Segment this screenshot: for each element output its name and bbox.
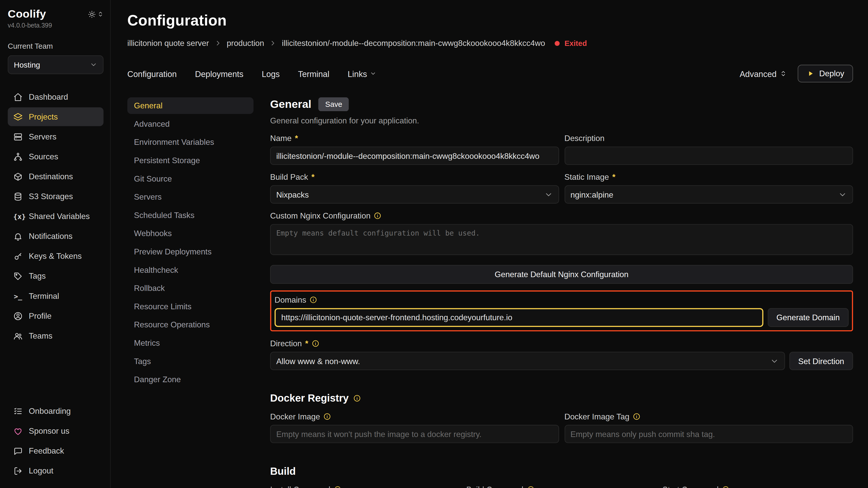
breadcrumb-environment[interactable]: production xyxy=(226,39,264,48)
status-dot xyxy=(554,40,560,46)
sidebar-item-sources[interactable]: Sources xyxy=(8,147,103,166)
sidebar: Coolify v4.0.0-beta.399 Current Team Hos… xyxy=(0,0,111,488)
tab-deployments[interactable]: Deployments xyxy=(195,69,243,78)
subnav-item-tags[interactable]: Tags xyxy=(127,353,254,369)
info-icon[interactable] xyxy=(374,212,381,220)
tag-icon xyxy=(13,271,23,281)
chevron-down-icon xyxy=(370,70,376,77)
chevron-updown-icon xyxy=(97,11,103,17)
app-version: v4.0.0-beta.399 xyxy=(8,22,103,29)
subnav-item-git-source[interactable]: Git Source xyxy=(127,170,254,187)
sidebar-item-label: Dashboard xyxy=(29,92,68,101)
sidebar-item-teams[interactable]: Teams xyxy=(8,326,103,345)
subnav-item-advanced[interactable]: Advanced xyxy=(127,116,254,132)
subnav-item-general[interactable]: General xyxy=(127,97,254,114)
sidebar-item-sponsor-us[interactable]: Sponsor us xyxy=(8,421,103,440)
configuration-content: General Advanced Environment Variables P… xyxy=(127,97,853,488)
build-pack-select[interactable]: Nixpacks xyxy=(270,185,559,204)
info-icon[interactable] xyxy=(633,413,641,420)
sidebar-item-label: S3 Storages xyxy=(29,192,73,201)
docker-image-tag-input[interactable] xyxy=(564,425,853,443)
subnav-item-webhooks[interactable]: Webhooks xyxy=(127,225,254,242)
static-image-select[interactable]: nginx:alpine xyxy=(564,185,853,204)
start-command-field: Start Command xyxy=(662,485,853,488)
direction-select[interactable]: Allow www & non-www. xyxy=(270,352,785,370)
sidebar-item-keys-tokens[interactable]: Keys & Tokens xyxy=(8,247,103,266)
subnav-item-environment-variables[interactable]: Environment Variables xyxy=(127,134,254,151)
deploy-button[interactable]: Deploy xyxy=(798,65,853,83)
name-field: Name* xyxy=(270,134,559,165)
info-icon[interactable] xyxy=(323,413,331,420)
docker-image-input[interactable] xyxy=(270,425,559,443)
generate-domain-button[interactable]: Generate Domain xyxy=(768,308,848,327)
info-icon[interactable] xyxy=(722,486,730,488)
info-icon[interactable] xyxy=(309,296,317,304)
sidebar-item-onboarding[interactable]: Onboarding xyxy=(8,401,103,420)
section-title-docker-registry: Docker Registry xyxy=(270,392,853,404)
play-icon xyxy=(807,70,814,77)
subnav-item-servers[interactable]: Servers xyxy=(127,189,254,205)
sidebar-item-notifications[interactable]: Notifications xyxy=(8,227,103,246)
sidebar-item-s3-storages[interactable]: S3 Storages xyxy=(8,187,103,206)
sidebar-item-label: Shared Variables xyxy=(29,212,90,221)
generate-nginx-button[interactable]: Generate Default Nginx Configuration xyxy=(270,265,853,284)
tab-terminal[interactable]: Terminal xyxy=(298,69,330,78)
sidebar-item-terminal[interactable]: >_ Terminal xyxy=(8,287,103,305)
direction-label: Direction* xyxy=(270,339,785,348)
name-input[interactable] xyxy=(270,147,559,165)
sidebar-item-shared-variables[interactable]: {x} Shared Variables xyxy=(8,207,103,226)
sidebar-item-label: Notifications xyxy=(29,232,72,241)
required-marker: * xyxy=(612,173,615,182)
required-marker: * xyxy=(295,134,298,143)
sidebar-item-feedback[interactable]: Feedback xyxy=(8,441,103,460)
info-icon[interactable] xyxy=(334,486,341,488)
advanced-toggle[interactable]: Advanced xyxy=(740,69,786,78)
custom-nginx-textarea[interactable] xyxy=(270,224,853,255)
tab-configuration[interactable]: Configuration xyxy=(127,69,177,78)
theme-toggle[interactable] xyxy=(88,10,103,18)
sidebar-item-destinations[interactable]: Destinations xyxy=(8,167,103,186)
user-icon xyxy=(13,311,23,321)
sidebar-item-projects[interactable]: Projects xyxy=(8,107,103,126)
subnav-item-persistent-storage[interactable]: Persistent Storage xyxy=(127,152,254,169)
subnav-item-metrics[interactable]: Metrics xyxy=(127,335,254,351)
sidebar-item-profile[interactable]: Profile xyxy=(8,306,103,325)
sidebar-item-label: Keys & Tokens xyxy=(29,252,82,261)
chevron-down-icon xyxy=(90,61,97,69)
build-command-label: Build Command xyxy=(466,485,657,488)
info-icon[interactable] xyxy=(312,339,319,347)
breadcrumb-application[interactable]: illicitestonion/-module--decomposition:m… xyxy=(282,39,545,48)
description-input[interactable] xyxy=(564,147,853,165)
sidebar-item-servers[interactable]: Servers xyxy=(8,127,103,146)
app-logo: Coolify xyxy=(8,8,46,21)
team-select-value: Hosting xyxy=(14,60,40,69)
subnav-item-preview-deployments[interactable]: Preview Deployments xyxy=(127,243,254,260)
subnav-item-scheduled-tasks[interactable]: Scheduled Tasks xyxy=(127,207,254,223)
tab-logs[interactable]: Logs xyxy=(262,69,280,78)
sidebar-item-dashboard[interactable]: Dashboard xyxy=(8,88,103,106)
sidebar-item-logout[interactable]: Logout xyxy=(8,461,103,480)
subnav-item-healthcheck[interactable]: Healthcheck xyxy=(127,262,254,278)
domains-input[interactable] xyxy=(275,308,763,327)
subnav-item-danger-zone[interactable]: Danger Zone xyxy=(127,371,254,388)
sidebar-item-label: Feedback xyxy=(29,447,64,455)
sidebar-item-tags[interactable]: Tags xyxy=(8,267,103,286)
team-select[interactable]: Hosting xyxy=(8,55,103,74)
database-icon xyxy=(13,192,23,201)
heart-icon xyxy=(13,426,23,436)
subnav-item-rollback[interactable]: Rollback xyxy=(127,280,254,296)
tab-links[interactable]: Links xyxy=(348,69,377,78)
chevron-right-icon xyxy=(269,39,277,47)
set-direction-button[interactable]: Set Direction xyxy=(789,352,853,370)
breadcrumb-project[interactable]: illicitonion quote server xyxy=(127,39,209,48)
save-button[interactable]: Save xyxy=(319,97,349,111)
docker-image-tag-label: Docker Image Tag xyxy=(564,412,853,421)
page-title: Configuration xyxy=(127,12,853,29)
static-image-field: Static Image* nginx:alpine xyxy=(564,173,853,203)
info-icon[interactable] xyxy=(353,394,361,402)
subnav-item-resource-limits[interactable]: Resource Limits xyxy=(127,298,254,315)
chevron-down-icon xyxy=(770,356,779,365)
info-icon[interactable] xyxy=(527,486,534,488)
subnav-item-resource-operations[interactable]: Resource Operations xyxy=(127,317,254,333)
logout-icon xyxy=(13,466,23,476)
